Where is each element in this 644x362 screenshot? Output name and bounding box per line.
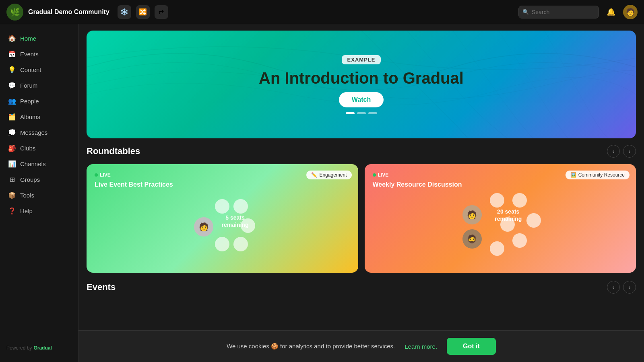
icon-btn-2[interactable]: 🔀 (136, 5, 150, 19)
main-content: EXAMPLE An Introduction to Gradual Watch… (78, 24, 644, 362)
seat-center-2 (500, 217, 515, 232)
events-icon: 📅 (8, 50, 16, 58)
sidebar-item-content[interactable]: 💡 Content (0, 62, 78, 78)
seat-br-1 (233, 237, 248, 251)
hero-dot-1[interactable] (346, 112, 355, 114)
people-icon: 👥 (8, 97, 16, 105)
snowflake-icon: ❄️ (120, 8, 128, 16)
sidebar-item-label: Help (20, 208, 33, 214)
seat-t-2 (490, 193, 504, 208)
sidebar-item-label: Clubs (20, 145, 35, 152)
hero-watch-button[interactable]: Watch (339, 92, 384, 107)
card-category-2: 🖼️ Community Resource (566, 171, 630, 179)
icon-btn-1[interactable]: ❄️ (118, 5, 131, 19)
roundtables-prev-button[interactable]: ‹ (607, 145, 620, 158)
sidebar-item-people[interactable]: 👥 People (0, 93, 78, 109)
sidebar-item-tools[interactable]: 📦 Tools (0, 187, 78, 203)
events-header: Events ‹ › (87, 281, 636, 294)
sidebar-item-events[interactable]: 📅 Events (0, 46, 78, 62)
icon-btn-3[interactable]: ⇄ (155, 5, 168, 19)
sidebar-item-label: Channels (20, 160, 45, 167)
messages-icon: 💭 (8, 129, 16, 136)
sidebar-item-label: Tools (20, 192, 34, 199)
sidebar-item-home[interactable]: 🏠 Home (0, 31, 78, 46)
hero-dots (346, 112, 377, 114)
cookie-banner: We use cookies 🍪 for analytics and to pr… (78, 330, 644, 362)
help-icon: ❓ (8, 207, 16, 215)
sidebar-item-label: Albums (20, 113, 40, 120)
card-title-1: Live Event Best Practices (95, 181, 350, 188)
roundtable-card-2[interactable]: LIVE 🖼️ Community Resource Weekly Resour… (365, 164, 636, 273)
groups-icon: ⊞ (8, 176, 16, 183)
category-emoji-2: 🖼️ (570, 172, 576, 178)
roundtables-section: Roundtables ‹ › LIVE ✏️ Engagement (78, 145, 644, 281)
channels-icon: 📊 (8, 160, 16, 168)
cookie-text: We use cookies 🍪 for analytics and to pr… (227, 343, 395, 350)
card-title-2: Weekly Resource Discussion (373, 181, 628, 188)
hero-dot-3[interactable] (368, 112, 377, 114)
sidebar-item-label: Events (20, 51, 39, 58)
seat-bl-2 (490, 241, 504, 256)
sidebar-item-label: Home (20, 35, 36, 42)
sidebar-item-messages[interactable]: 💭 Messages (0, 125, 78, 140)
topnav-right: 🔍 🔔 🧑 (518, 5, 638, 19)
hero-badge: EXAMPLE (342, 55, 381, 64)
cookie-learn-more-link[interactable]: Learn more. (405, 343, 437, 350)
hero-banner: EXAMPLE An Introduction to Gradual Watch (87, 31, 636, 138)
events-nav: ‹ › (607, 281, 636, 294)
roundtables-title: Roundtables (87, 146, 140, 156)
search-wrapper: 🔍 (518, 6, 599, 19)
sidebar-item-channels[interactable]: 📊 Channels (0, 156, 78, 172)
notifications-bell[interactable]: 🔔 (604, 5, 618, 19)
seat-mr-1 (241, 218, 255, 233)
seat-mr-2 (526, 213, 541, 228)
sidebar-item-help[interactable]: ❓ Help (0, 203, 78, 219)
roundtables-header: Roundtables ‹ › (87, 145, 636, 158)
sidebar-item-clubs[interactable]: 🎒 Clubs (0, 140, 78, 156)
sidebar-item-label: Messages (20, 129, 47, 136)
tools-icon: 📦 (8, 191, 16, 199)
roundtable-visual-2: 🧑 Host 🧔 Host (373, 193, 628, 257)
sidebar-item-label: People (20, 98, 39, 105)
events-next-button[interactable]: › (623, 281, 636, 294)
main-layout: 🏠 Home 📅 Events 💡 Content 💬 Forum 👥 Peop… (0, 24, 644, 362)
sidebar-item-groups[interactable]: ⊞ Groups (0, 172, 78, 187)
app-logo[interactable]: 🌿 (6, 4, 23, 21)
search-input[interactable] (518, 6, 599, 19)
seat-bl-1 (215, 237, 229, 251)
roundtable-card-1[interactable]: LIVE ✏️ Engagement Live Event Best Pract… (87, 164, 358, 273)
topnav: 🌿 Gradual Demo Community ❄️ 🔀 ⇄ 🔍 🔔 🧑 (0, 0, 644, 24)
events-prev-button[interactable]: ‹ (607, 281, 620, 294)
sidebar-item-label: Content (20, 66, 41, 73)
sidebar-item-albums[interactable]: 🗂️ Albums (0, 109, 78, 125)
sidebar-item-label: Groups (20, 176, 40, 183)
clubs-icon: 🎒 (8, 144, 16, 152)
hero-title: An Introduction to Gradual (259, 69, 464, 87)
seats-hex-1: 🧑 Host 5 seats r (186, 195, 258, 255)
live-dot-1 (95, 173, 98, 177)
app-title: Gradual Demo Community (28, 8, 109, 16)
avatar[interactable]: 🧑 (623, 5, 638, 19)
seats-hex-2: 🧑 Host 🧔 Host (456, 193, 545, 257)
sidebar-item-forum[interactable]: 💬 Forum (0, 78, 78, 93)
hero-dot-2[interactable] (357, 112, 366, 114)
host-avatar-1: 🧑 Host (194, 217, 213, 237)
roundtables-cards: LIVE ✏️ Engagement Live Event Best Pract… (87, 164, 636, 273)
bell-icon: 🔔 (607, 8, 615, 16)
content-icon: 💡 (8, 66, 16, 74)
seat-tl-1 (215, 199, 229, 214)
events-section: Events ‹ › (78, 281, 644, 332)
sidebar-item-label: Forum (20, 82, 37, 89)
seat-tr-1 (233, 199, 248, 214)
powered-by: Powered by Gradual (6, 345, 72, 351)
sidebar: 🏠 Home 📅 Events 💡 Content 💬 Forum 👥 Peop… (0, 24, 78, 362)
live-dot-2 (373, 173, 376, 177)
card-category-1: ✏️ Engagement (306, 171, 351, 179)
forum-icon: 💬 (8, 82, 16, 89)
home-icon: 🏠 (8, 35, 16, 42)
cookie-got-it-button[interactable]: Got it (447, 338, 496, 355)
gradual-brand: Gradual (33, 345, 52, 351)
host-avatar-2a: 🧑 Host (462, 205, 482, 224)
shuffle-icon: 🔀 (139, 8, 147, 16)
roundtables-next-button[interactable]: › (623, 145, 636, 158)
